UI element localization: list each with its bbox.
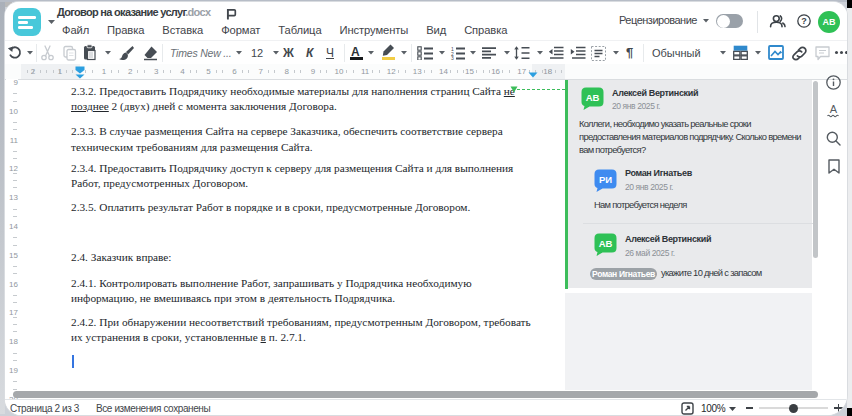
svg-text:А: А (829, 103, 837, 115)
svg-text:?: ? (801, 16, 807, 26)
svg-text:АВ: АВ (586, 92, 600, 103)
svg-text:АВ: АВ (599, 238, 613, 249)
svg-text:3: 3 (451, 55, 454, 60)
svg-text:РИ: РИ (599, 174, 612, 185)
